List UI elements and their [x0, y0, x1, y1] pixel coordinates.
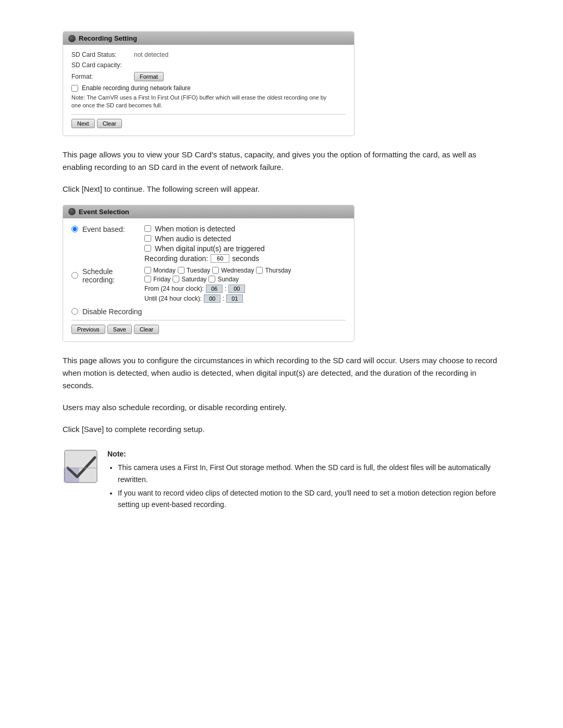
monday-label[interactable]: Monday — [144, 267, 176, 274]
digital-input-row: When digital input(s) are triggered — [144, 244, 346, 253]
sunday-label[interactable]: Sunday — [209, 276, 239, 283]
friday-checkbox[interactable] — [144, 276, 151, 282]
recording-next-button[interactable]: Next — [71, 119, 95, 128]
save-button[interactable]: Save — [107, 325, 132, 334]
until-hour-input[interactable] — [204, 294, 221, 303]
recording-header-icon — [68, 35, 76, 42]
previous-button[interactable]: Previous — [71, 325, 105, 334]
event-selection-header: Event Selection — [63, 205, 354, 218]
event-buttons: Previous Save Clear — [71, 325, 346, 334]
schedule-row: Schedule recording: Monday Tuesday Wed — [71, 267, 346, 304]
duration-row: Recording duration: seconds — [144, 254, 346, 263]
days-row-1: Monday Tuesday Wednesday Thursday — [144, 267, 346, 274]
body-para-3: This page allows you to configure the ci… — [63, 354, 500, 392]
saturday-checkbox[interactable] — [173, 276, 179, 282]
event-header-icon — [68, 208, 76, 215]
recording-note: Note: The CamVR uses a First In First Ou… — [71, 94, 332, 110]
from-colon: : — [225, 285, 226, 292]
event-divider — [71, 320, 346, 320]
sd-capacity-row: SD Card capacity: — [71, 61, 346, 69]
disable-radio[interactable] — [71, 308, 78, 315]
event-selection-panel: Event Selection Event based: When motion… — [63, 205, 354, 342]
body-para-1: This page allows you to view your SD Car… — [63, 149, 500, 174]
from-hour-input[interactable] — [206, 285, 223, 293]
wednesday-checkbox[interactable] — [212, 267, 219, 274]
duration-unit: seconds — [232, 254, 259, 263]
body-para-4: Users may also schedule recording, or di… — [63, 401, 500, 414]
digital-input-checkbox[interactable] — [144, 245, 151, 252]
motion-checkbox[interactable] — [144, 225, 151, 232]
note-content: Note: This camera uses a First In, First… — [107, 448, 500, 515]
note-icon — [63, 448, 99, 485]
duration-input[interactable] — [211, 254, 229, 263]
from-min-input[interactable] — [228, 285, 245, 293]
body-para-5: Click [Save] to complete recording setup… — [63, 423, 500, 436]
schedule-label-col: Schedule recording: — [71, 267, 144, 284]
audio-row: When audio is detected — [144, 235, 346, 243]
until-colon: : — [223, 295, 224, 302]
digital-input-label: When digital input(s) are triggered — [155, 244, 265, 253]
sd-capacity-label: SD Card capacity: — [71, 61, 134, 69]
recording-setting-body: SD Card Status: not detected SD Card cap… — [63, 45, 354, 135]
motion-row: When motion is detected — [144, 225, 346, 233]
note-list: This camera uses a First In, First Out s… — [107, 462, 500, 511]
event-based-row: Event based: When motion is detected Whe… — [71, 225, 346, 264]
until-time-row: Until (24 hour clock): : — [144, 294, 346, 303]
network-failure-row: Enable recording during network failure — [71, 84, 346, 92]
event-based-label-col: Event based: — [71, 225, 144, 233]
network-failure-checkbox[interactable] — [71, 85, 78, 92]
event-clear-button[interactable]: Clear — [134, 325, 159, 334]
wednesday-label[interactable]: Wednesday — [212, 267, 254, 274]
note-section: Note: This camera uses a First In, First… — [63, 448, 500, 515]
until-min-input[interactable] — [226, 294, 243, 303]
recording-setting-panel: Recording Setting SD Card Status: not de… — [63, 31, 354, 136]
sunday-checkbox[interactable] — [209, 276, 215, 282]
body-para-2: Click [Next] to continue. The following … — [63, 183, 500, 195]
tuesday-label[interactable]: Tuesday — [178, 267, 211, 274]
recording-divider — [71, 114, 346, 115]
saturday-label[interactable]: Saturday — [173, 276, 206, 283]
sd-status-label: SD Card Status: — [71, 51, 134, 58]
recording-setting-title: Recording Setting — [79, 34, 137, 42]
recording-buttons: Next Clear — [71, 119, 346, 128]
thursday-label[interactable]: Thursday — [256, 267, 291, 274]
days-row-2: Friday Saturday Sunday — [144, 276, 346, 283]
thursday-checkbox[interactable] — [256, 267, 263, 274]
from-time-row: From (24 hour clock): : — [144, 285, 346, 293]
duration-label: Recording duration: — [144, 254, 208, 263]
audio-checkbox[interactable] — [144, 235, 151, 242]
disable-row: Disable Recording — [71, 307, 346, 316]
format-row: Format: Format — [71, 72, 346, 81]
motion-label: When motion is detected — [155, 225, 235, 233]
event-based-radio[interactable] — [71, 226, 78, 232]
event-based-content: When motion is detected When audio is de… — [144, 225, 346, 264]
recording-clear-button[interactable]: Clear — [97, 119, 122, 128]
disable-radio-label[interactable]: Disable Recording — [71, 307, 144, 316]
event-selection-title: Event Selection — [79, 208, 129, 216]
event-based-radio-label[interactable]: Event based: — [71, 225, 144, 233]
note-item-2: If you want to record video clips of det… — [118, 487, 500, 511]
sd-status-value: not detected — [134, 51, 168, 58]
schedule-content: Monday Tuesday Wednesday Thursday — [144, 267, 346, 304]
note-title: Note: — [107, 448, 500, 460]
note-item-1: This camera uses a First In, First Out s… — [118, 462, 500, 485]
from-label: From (24 hour clock): — [144, 285, 204, 292]
network-failure-label: Enable recording during network failure — [82, 84, 191, 92]
tuesday-checkbox[interactable] — [178, 267, 185, 274]
format-button[interactable]: Format — [134, 72, 164, 81]
checkmark-svg — [63, 448, 99, 485]
recording-setting-header: Recording Setting — [63, 32, 354, 45]
schedule-radio-label[interactable]: Schedule recording: — [71, 267, 144, 284]
monday-checkbox[interactable] — [144, 267, 151, 274]
event-selection-body: Event based: When motion is detected Whe… — [63, 218, 354, 341]
schedule-radio[interactable] — [71, 272, 78, 279]
audio-label: When audio is detected — [155, 235, 231, 243]
format-label: Format: — [71, 73, 134, 80]
disable-label-col: Disable Recording — [71, 307, 144, 316]
sd-status-row: SD Card Status: not detected — [71, 51, 346, 58]
until-label: Until (24 hour clock): — [144, 295, 202, 302]
friday-label[interactable]: Friday — [144, 276, 170, 283]
